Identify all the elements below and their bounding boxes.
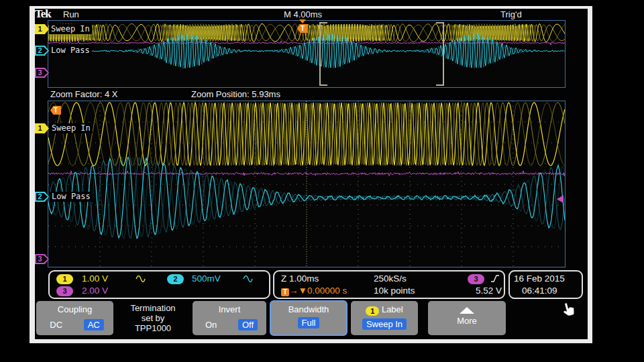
record-length: 10k points	[374, 286, 415, 296]
more-up-icon	[460, 307, 474, 314]
ch3-scale: 2.00 V	[82, 286, 108, 296]
trigger-t-icon: T	[281, 288, 289, 296]
coupling-option-ac[interactable]: AC	[84, 319, 104, 330]
zoom-waveforms	[48, 101, 565, 267]
invert-option-on[interactable]: On	[201, 319, 221, 330]
zoom-channel2-badge[interactable]: 2	[35, 192, 49, 202]
zoom-bracket-right[interactable]	[436, 22, 444, 86]
timebase-readout: M 4.00ms	[284, 9, 322, 19]
zoom-channel3-badge[interactable]: 3	[35, 254, 49, 264]
trigger-position-marker[interactable]	[299, 19, 306, 23]
label-title: 1 Label	[351, 304, 418, 316]
trigger-status: Trig'd	[500, 9, 522, 19]
ch3-readout-badge: 3	[56, 286, 73, 296]
termination-info: Termination set by TPP1000	[116, 301, 190, 335]
coupling-title: Coupling	[36, 304, 113, 314]
acquisition-status: Run	[63, 9, 79, 19]
horizontal-trigger-readout[interactable]: Z 1.00ms 250kS/s 3 T→▼0.00000 s 10k poin…	[273, 270, 505, 299]
more-title: More	[428, 316, 506, 326]
datetime-readout: 16 Feb 2015 06:41:09	[508, 270, 583, 299]
zoom-window: T	[48, 101, 566, 267]
ch2-scale: 500mV	[192, 274, 221, 284]
trigger-slope-icon	[490, 274, 500, 283]
trigger-level: 5.52 V	[476, 286, 502, 296]
trigger-source-badge: 3	[468, 274, 484, 284]
more-button[interactable]: More	[428, 301, 506, 335]
zoom-position: Zoom Position: 5.93ms	[191, 89, 280, 99]
date: 16 Feb 2015	[514, 274, 565, 284]
trigger-position: T→▼0.00000 s	[281, 286, 347, 296]
hand-cursor	[560, 300, 578, 320]
label-ch1-badge: 1	[366, 306, 379, 316]
channel1-trace-label: Sweep In	[49, 24, 92, 34]
ch1-readout-badge: 1	[56, 274, 73, 284]
invert-option-off[interactable]: Off	[238, 319, 258, 330]
zoom-scale: Z 1.00ms	[281, 274, 319, 284]
zoom-factor: Zoom Factor: 4 X	[50, 89, 117, 99]
channel2-badge[interactable]: 2	[35, 46, 49, 56]
label-value[interactable]: Sweep In	[362, 318, 407, 330]
coupling-button[interactable]: Coupling DC AC	[36, 301, 113, 335]
tek-logo: Tek	[35, 9, 51, 21]
coupling-option-dc[interactable]: DC	[46, 319, 66, 330]
bandwidth-value[interactable]: Full	[298, 317, 320, 328]
bandwidth-button[interactable]: Bandwidth Full	[270, 301, 347, 335]
trigger-level-marker[interactable]	[557, 195, 564, 203]
ch2-readout-badge: 2	[167, 274, 184, 284]
bandwidth-title: Bandwidth	[270, 304, 347, 314]
ch1-scale: 1.00 V	[82, 274, 108, 284]
sample-rate: 250kS/s	[374, 274, 407, 284]
ch2-coupling-icon	[243, 276, 253, 282]
zoom-bracket-left[interactable]	[319, 22, 327, 86]
top-status-bar: Tek Run M 4.00ms Trig'd	[35, 9, 588, 20]
channel2-trace-label: Low Pass	[49, 46, 92, 56]
invert-button[interactable]: Invert On Off	[193, 301, 266, 335]
time: 06:41:09	[522, 286, 557, 296]
zoom-channel2-trace-label: Low Pass	[50, 192, 93, 202]
invert-title: Invert	[193, 304, 266, 314]
overview-window: T	[48, 20, 566, 88]
label-button[interactable]: 1 Label Sweep In	[351, 301, 418, 335]
desktop-background: Tek Run M 4.00ms Trig'd T 1 Sweep In 2 L…	[0, 0, 644, 362]
zoom-channel1-trace-label: Sweep In	[50, 123, 93, 133]
zoom-info-strip: Zoom Factor: 4 X Zoom Position: 5.93ms	[35, 89, 588, 100]
channel1-badge[interactable]: 1	[35, 24, 49, 34]
zoom-channel1-badge[interactable]: 1	[35, 123, 49, 133]
channel3-badge[interactable]: 3	[35, 68, 49, 78]
vertical-scale-readout[interactable]: 1 1.00 V 2 500mV 3 2.00 V	[48, 270, 270, 299]
ch1-coupling-icon	[136, 276, 146, 282]
scope-screen: Tek Run M 4.00ms Trig'd T 1 Sweep In 2 L…	[35, 9, 588, 339]
